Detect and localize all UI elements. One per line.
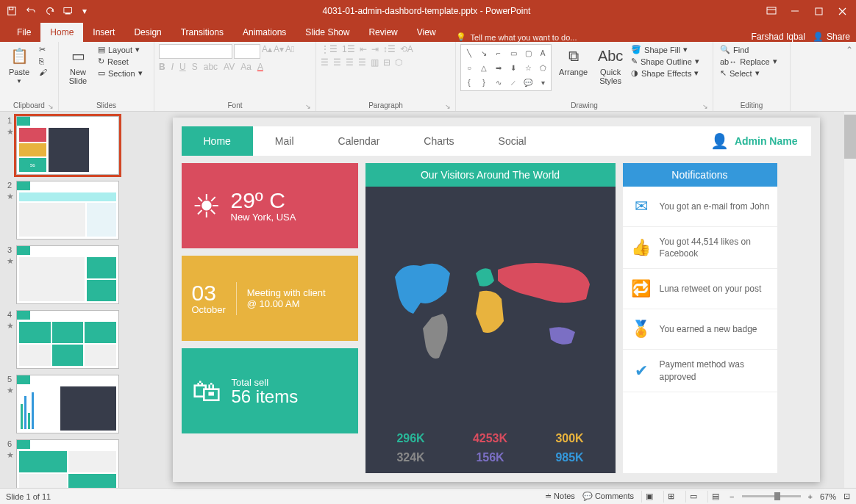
dash-tab-social[interactable]: Social	[477, 126, 549, 156]
clear-formatting-button[interactable]: A⃠	[285, 44, 294, 59]
cut-button[interactable]: ✂	[37, 44, 49, 55]
vertical-scrollbar[interactable]	[844, 112, 856, 488]
qat-customize-icon[interactable]: ▾	[79, 2, 90, 20]
font-size-dropdown[interactable]	[234, 44, 260, 59]
close-icon[interactable]	[831, 2, 853, 20]
shape-callout-icon[interactable]: 💬	[521, 76, 535, 89]
dash-tab-home[interactable]: Home	[182, 126, 253, 156]
shape-oval-icon[interactable]: ○	[463, 61, 476, 74]
shape-line-icon[interactable]: ╲	[463, 46, 476, 60]
dash-tab-charts[interactable]: Charts	[402, 126, 476, 156]
launcher-icon[interactable]: ↘	[305, 103, 311, 110]
tab-file[interactable]: File	[7, 23, 40, 42]
share-button[interactable]: 👤Share	[813, 32, 850, 42]
zoom-slider[interactable]	[742, 495, 801, 497]
zoom-level[interactable]: 67%	[820, 492, 836, 501]
scrollbar-thumb[interactable]	[844, 115, 856, 159]
tab-animations[interactable]: Animations	[233, 23, 296, 42]
new-slide-button[interactable]: ▭New Slide	[63, 44, 93, 87]
shape-curve-icon[interactable]: ∿	[492, 76, 505, 89]
copy-button[interactable]: ⎘	[37, 56, 49, 66]
format-painter-button[interactable]: 🖌	[37, 67, 49, 77]
normal-view-icon[interactable]: ▣	[641, 491, 656, 503]
slide-thumb-5[interactable]: ★	[16, 375, 119, 433]
tab-slideshow[interactable]: Slide Show	[296, 23, 359, 42]
numbering-button[interactable]: 1☰	[342, 44, 355, 54]
align-right-button[interactable]: ☰	[346, 57, 354, 68]
columns-button[interactable]: ▥	[371, 57, 379, 68]
tab-home[interactable]: Home	[40, 23, 83, 42]
shapes-gallery[interactable]: ╲↘⌐▭▢A ○△➡⬇☆⬠ {}∿⟋💬▾	[460, 44, 552, 91]
maximize-icon[interactable]	[807, 2, 830, 20]
slide-sorter-view-icon[interactable]: ⊞	[663, 491, 678, 503]
ribbon-display-options-icon[interactable]	[760, 2, 782, 20]
shape-outline-button[interactable]: ✎Shape Outline ▾	[629, 56, 702, 67]
shape-pentagon-icon[interactable]: ⬠	[536, 61, 549, 74]
slide-position[interactable]: Slide 1 of 11	[6, 492, 51, 501]
dash-tab-mail[interactable]: Mail	[253, 126, 316, 156]
select-button[interactable]: ↖Select ▾	[718, 68, 780, 79]
shrink-font-button[interactable]: A▾	[274, 44, 284, 59]
slide-thumbnails-pane[interactable]: 1★56 2★ 3★ 4★ 5★ 6★ 7	[0, 112, 136, 488]
undo-icon[interactable]	[22, 2, 40, 20]
shape-brace2-icon[interactable]: }	[477, 76, 491, 89]
shape-rect-icon[interactable]: ▭	[507, 46, 520, 60]
align-left-button[interactable]: ☰	[321, 57, 329, 68]
shape-triangle-icon[interactable]: △	[477, 61, 491, 74]
font-family-dropdown[interactable]	[159, 44, 232, 59]
zoom-knob[interactable]	[774, 492, 780, 500]
shape-arrow-down-icon[interactable]: ⬇	[507, 61, 520, 74]
collapse-ribbon-icon[interactable]: ⌃	[846, 45, 853, 55]
save-icon[interactable]	[3, 2, 21, 20]
comments-button[interactable]: 💬 Comments	[582, 492, 634, 501]
dash-tab-calendar[interactable]: Calendar	[316, 126, 402, 156]
shape-connector-icon[interactable]: ⌐	[492, 46, 505, 60]
shape-brace-icon[interactable]: {	[463, 76, 476, 89]
section-button[interactable]: ▭Section ▾	[96, 68, 145, 79]
layout-button[interactable]: ▤Layout ▾	[96, 44, 145, 55]
slide-canvas[interactable]: Home Mail Calendar Charts Social 👤Admin …	[173, 118, 820, 482]
tab-insert[interactable]: Insert	[83, 23, 124, 42]
replace-button[interactable]: ab↔Replace ▾	[718, 56, 780, 67]
align-text-button[interactable]: ⊟	[383, 57, 390, 68]
slide-thumb-4[interactable]: ★	[16, 310, 119, 369]
slide-editor[interactable]: Home Mail Calendar Charts Social 👤Admin …	[136, 112, 856, 488]
dashboard-user[interactable]: 👤Admin Name	[710, 126, 811, 156]
increase-indent-button[interactable]: ⇥	[371, 44, 379, 54]
slide-thumb-2[interactable]: ★	[16, 181, 119, 240]
text-shadow-button[interactable]: abc	[204, 62, 218, 72]
grow-font-button[interactable]: A▴	[262, 44, 272, 59]
launcher-icon[interactable]: ↘	[702, 103, 708, 110]
redo-icon[interactable]	[41, 2, 59, 20]
slide-thumb-1[interactable]: ★56	[16, 116, 119, 175]
minimize-icon[interactable]	[784, 2, 806, 20]
slideshow-view-icon[interactable]: ▤	[707, 491, 722, 503]
decrease-indent-button[interactable]: ⇤	[360, 44, 367, 54]
find-button[interactable]: 🔍Find	[718, 44, 780, 55]
align-center-button[interactable]: ☰	[333, 57, 341, 68]
change-case-button[interactable]: Aa	[240, 62, 252, 72]
line-spacing-button[interactable]: ↕☰	[383, 44, 396, 54]
paste-button[interactable]: 📋Paste▼	[4, 44, 34, 86]
underline-button[interactable]: U	[179, 62, 186, 72]
bold-button[interactable]: B	[159, 62, 165, 72]
reset-button[interactable]: ↻Reset	[96, 56, 145, 67]
shape-freeform-icon[interactable]: ⟋	[507, 76, 520, 89]
zoom-in-icon[interactable]: +	[808, 492, 813, 501]
shape-effects-button[interactable]: ◑Shape Effects ▾	[629, 68, 702, 79]
tab-review[interactable]: Review	[359, 23, 407, 42]
smartart-button[interactable]: ⬡	[395, 57, 402, 68]
tab-transitions[interactable]: Transitions	[171, 23, 233, 42]
justify-button[interactable]: ☰	[358, 57, 366, 68]
font-color-button[interactable]: A	[257, 62, 263, 72]
user-name[interactable]: Farshad Iqbal	[752, 32, 805, 42]
fit-to-window-icon[interactable]: ⊡	[843, 492, 850, 501]
tell-me-search[interactable]: 💡Tell me what you want to do...	[456, 32, 577, 42]
shape-rounded-rect-icon[interactable]: ▢	[521, 46, 535, 60]
quick-styles-button[interactable]: AbcQuick Styles	[595, 44, 626, 87]
slide-thumb-6[interactable]: ★	[16, 439, 119, 488]
text-direction-button[interactable]: ⟲A	[400, 44, 413, 54]
shape-textbox-icon[interactable]: A	[536, 46, 549, 60]
char-spacing-button[interactable]: AV	[224, 62, 235, 72]
arrange-button[interactable]: ⧉Arrange	[554, 44, 592, 78]
